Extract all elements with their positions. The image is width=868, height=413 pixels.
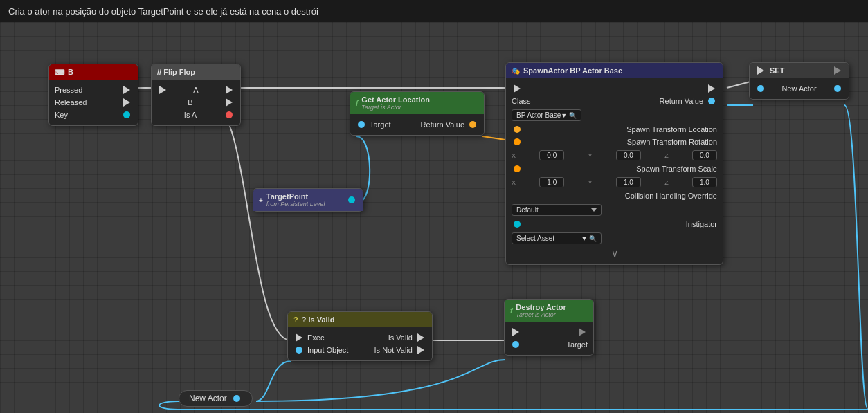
new-actor-pill-inner: New Actor	[179, 390, 253, 407]
targetpoint-title: TargetPoint	[266, 192, 325, 201]
b-pressed-pin	[123, 86, 130, 94]
set-newactor-in-pin	[757, 85, 764, 92]
function-icon: f	[356, 100, 358, 107]
is-valid-input-label: Input Object	[307, 346, 348, 354]
spawn-scale-label: Spawn Transform Scale	[636, 165, 717, 173]
spawn-actor-exec-row	[512, 82, 717, 95]
spawn-actor-class-dropdown[interactable]: BP Actor Base ▼ 🔍	[512, 109, 581, 121]
is-valid-notvalid-label: Is Not Valid	[374, 346, 413, 354]
b-released-pin	[123, 98, 130, 107]
new-actor-label: New Actor	[189, 394, 227, 403]
instigator-dropdown[interactable]: Select Asset ▼ 🔍	[512, 232, 602, 244]
is-valid-exec-in	[296, 333, 302, 342]
set-newactor-label: New Actor	[781, 84, 816, 93]
class-dropdown-icons: ▼ 🔍	[561, 112, 576, 119]
spawn-scale-row: Spawn Transform Scale	[512, 163, 717, 175]
flipflop-b-pin	[226, 98, 233, 107]
keyboard-icon: ⌨	[55, 68, 64, 76]
new-actor-pill: New Actor	[179, 390, 253, 407]
targetpoint-icon: +	[259, 196, 263, 204]
flipflop-exec-in	[159, 86, 166, 94]
b-node-title: B	[68, 68, 73, 76]
flipflop-exec-row: A	[157, 84, 235, 96]
flipflop-b-row: B	[157, 96, 235, 109]
set-node-header: SET	[750, 63, 849, 78]
destroy-actor-exec-in	[512, 328, 519, 336]
instigator-value: Select Asset	[516, 235, 554, 242]
collision-label: Collision Handling Override	[625, 192, 717, 200]
is-valid-input-row: Input Object Is Not Valid	[293, 344, 426, 356]
collision-dropdown-row: Default	[512, 202, 717, 218]
spawn-rotation-x[interactable]	[539, 150, 564, 160]
spawn-actor-class-label: Class	[512, 97, 531, 105]
destroy-actor-header: f Destroy Actor Target is Actor	[505, 300, 593, 322]
spawn-actor-return-label: Return Value	[660, 97, 703, 105]
is-valid-exec-row: Exec Is Valid	[293, 331, 426, 344]
flipflop-header: // Flip Flop	[152, 64, 240, 80]
spawn-actor-expand[interactable]: ∨	[512, 246, 717, 260]
destroy-actor-exec-row	[510, 326, 588, 338]
flipflop-b-label: B	[188, 98, 192, 107]
flipflop-isa-row: Is A	[157, 109, 235, 121]
new-actor-pin	[233, 395, 240, 402]
flipflop-isa-label: Is A	[184, 111, 197, 119]
get-actor-location-body: Target Return Value	[350, 114, 484, 135]
get-actor-location-target-pin	[358, 121, 365, 128]
spawn-actor-icon: 🎭	[512, 67, 520, 75]
targetpoint-header: + TargetPoint from Persistent Level	[253, 189, 363, 211]
get-actor-location-target-label: Target	[370, 120, 391, 129]
blueprint-canvas[interactable]: ⌨ B Pressed Released Key // Flip Flop	[0, 22, 868, 413]
is-valid-body: Exec Is Valid Input Object Is Not Valid	[288, 327, 432, 360]
spawn-scale-y[interactable]	[616, 177, 641, 187]
get-actor-location-node: f Get Actor Location Target is Actor Tar…	[350, 91, 485, 136]
instigator-row: Instigator	[512, 218, 717, 230]
is-valid-icon: ?	[293, 315, 298, 324]
flipflop-title: // Flip Flop	[157, 68, 195, 76]
destroy-actor-target-pin	[512, 341, 519, 348]
b-node-header: ⌨ B	[49, 64, 138, 80]
spawn-scale-z[interactable]	[692, 177, 717, 187]
set-newactor-out-pin	[834, 85, 841, 92]
get-actor-location-subtitle: Target is Actor	[361, 104, 430, 111]
get-actor-location-title: Get Actor Location	[361, 95, 430, 104]
is-valid-notvalid-pin	[417, 346, 424, 354]
flipflop-a-label: A	[193, 86, 198, 94]
spawn-actor-class-value: BP Actor Base	[516, 111, 561, 119]
is-valid-node: ? ? Is Valid Exec Is Valid Input Object	[287, 311, 433, 361]
spawn-scale-values-row: X Y Z	[512, 175, 717, 190]
b-node-body: Pressed Released Key	[49, 80, 138, 125]
collision-value: Default	[516, 206, 539, 214]
title-text: Cria o ator na posição do objeto TargetP…	[8, 6, 318, 17]
spawn-actor-title: SpawnActor BP Actor Base	[523, 66, 622, 75]
spawn-actor-class-dropdown-row: BP Actor Base ▼ 🔍	[512, 107, 717, 123]
is-valid-input-pin	[296, 347, 302, 354]
is-valid-exec-label: Exec	[307, 333, 324, 342]
is-valid-header: ? ? Is Valid	[288, 312, 432, 327]
instigator-label: Instigator	[686, 220, 717, 228]
instigator-icons: ▼ 🔍	[581, 235, 597, 242]
b-released-row: Released	[55, 96, 132, 109]
set-exec-out	[834, 66, 841, 75]
flipflop-node: // Flip Flop A B Is A	[151, 64, 241, 126]
get-actor-location-return-label: Return Value	[421, 120, 464, 129]
destroy-actor-target-label: Target	[566, 340, 588, 349]
spawn-rotation-row: Spawn Transform Rotation	[512, 136, 717, 148]
spawn-actor-class-row: Class Return Value	[512, 95, 717, 107]
spawn-rotation-pin	[514, 138, 521, 145]
spawn-actor-exec-in	[514, 84, 521, 93]
get-actor-location-return-pin	[469, 121, 476, 128]
targetpoint-out-pin	[348, 196, 355, 203]
get-actor-location-row: Target Return Value	[356, 118, 478, 131]
spawn-rotation-y[interactable]	[616, 150, 641, 160]
spawn-scale-x[interactable]	[539, 177, 564, 187]
flipflop-body: A B Is A	[152, 80, 240, 125]
set-exec-in	[757, 66, 764, 75]
function-icon-destroy: f	[510, 307, 512, 315]
spawn-rotation-z[interactable]	[692, 150, 717, 160]
collision-dropdown[interactable]: Default	[512, 204, 602, 216]
collision-chevron-icon	[591, 208, 597, 212]
set-title: SET	[770, 66, 784, 75]
flipflop-a-pin	[226, 86, 233, 94]
targetpoint-subtitle: from Persistent Level	[266, 201, 325, 208]
spawn-actor-body: Class Return Value BP Actor Base ▼ 🔍 Spa…	[506, 78, 723, 264]
